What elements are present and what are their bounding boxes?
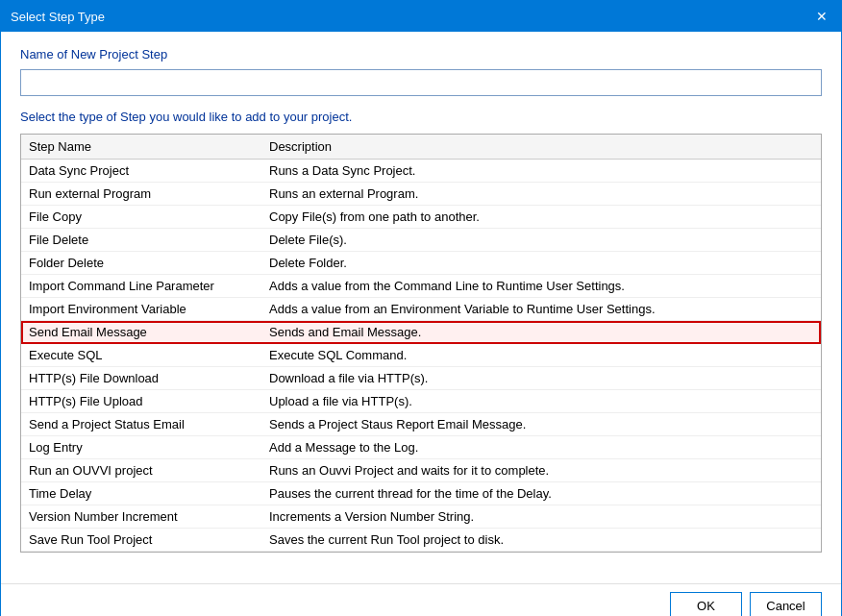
close-button[interactable]: ✕ xyxy=(812,7,831,26)
step-desc-cell: Increments a Version Number String. xyxy=(261,505,821,529)
step-desc-cell: Delete Folder. xyxy=(261,252,821,275)
select-step-type-dialog: Select Step Type ✕ Name of New Project S… xyxy=(0,0,842,616)
step-name-cell: Folder Delete xyxy=(21,252,261,275)
table-row[interactable]: Send Email MessageSends and Email Messag… xyxy=(21,321,821,344)
step-name-cell: Run an OUVVI project xyxy=(21,459,261,482)
step-name-cell: Time Delay xyxy=(21,482,261,505)
title-bar: Select Step Type ✕ xyxy=(1,1,841,32)
step-type-table: Step Name Description Data Sync ProjectR… xyxy=(21,135,821,552)
column-header-name: Step Name xyxy=(21,135,261,160)
step-desc-cell: Runs an external Program. xyxy=(261,183,821,206)
table-row[interactable]: Run an OUVVI projectRuns an Ouvvi Projec… xyxy=(21,459,821,482)
step-desc-cell: Execute SQL Command. xyxy=(261,344,821,367)
step-name-cell: Import Command Line Parameter xyxy=(21,275,261,298)
step-desc-cell: Add a Message to the Log. xyxy=(261,436,821,459)
step-name-cell: Send a Project Status Email xyxy=(21,413,261,436)
table-header: Step Name Description xyxy=(21,135,821,160)
step-name-cell: Run external Program xyxy=(21,183,261,206)
table-row[interactable]: File CopyCopy File(s) from one path to a… xyxy=(21,206,821,229)
table-row[interactable]: Send a Project Status EmailSends a Proje… xyxy=(21,413,821,436)
step-name-cell: Execute SQL xyxy=(21,344,261,367)
select-label: Select the type of Step you would like t… xyxy=(20,110,822,124)
table-row[interactable]: File DeleteDelete File(s). xyxy=(21,229,821,252)
dialog-body: Name of New Project Step Select the type… xyxy=(1,32,841,583)
step-desc-cell: Adds a value from an Environment Variabl… xyxy=(261,298,821,321)
step-desc-cell: Runs a Data Sync Project. xyxy=(261,160,821,183)
table-row[interactable]: Data Sync ProjectRuns a Data Sync Projec… xyxy=(21,160,821,183)
table-row[interactable]: Version Number IncrementIncrements a Ver… xyxy=(21,505,821,529)
table-row[interactable]: Import Environment VariableAdds a value … xyxy=(21,298,821,321)
step-name-cell: HTTP(s) File Upload xyxy=(21,390,261,413)
step-desc-cell: Delete File(s). xyxy=(261,229,821,252)
ok-button[interactable]: OK xyxy=(670,592,742,616)
step-desc-cell: Runs an Ouvvi Project and waits for it t… xyxy=(261,459,821,482)
step-desc-cell: Saves the current Run Tool project to di… xyxy=(261,529,821,552)
column-header-desc: Description xyxy=(261,135,821,160)
step-name-cell: Send Email Message xyxy=(21,321,261,344)
step-desc-cell: Sends and Email Message. xyxy=(261,321,821,344)
field-label: Name of New Project Step xyxy=(20,47,822,62)
step-name-cell: Data Sync Project xyxy=(21,160,261,183)
table-row[interactable]: Log EntryAdd a Message to the Log. xyxy=(21,436,821,459)
table-row[interactable]: Save Run Tool ProjectSaves the current R… xyxy=(21,529,821,552)
cancel-button[interactable]: Cancel xyxy=(750,592,822,616)
step-desc-cell: Sends a Project Staus Report Email Messa… xyxy=(261,413,821,436)
step-desc-cell: Pauses the current thread for the time o… xyxy=(261,482,821,505)
step-name-cell: Version Number Increment xyxy=(21,505,261,529)
table-row[interactable]: HTTP(s) File DownloadDownload a file via… xyxy=(21,367,821,390)
table-row[interactable]: Time DelayPauses the current thread for … xyxy=(21,482,821,505)
step-desc-cell: Adds a value from the Command Line to Ru… xyxy=(261,275,821,298)
step-name-cell: HTTP(s) File Download xyxy=(21,367,261,390)
table-row[interactable]: HTTP(s) File UploadUpload a file via HTT… xyxy=(21,390,821,413)
dialog-title: Select Step Type xyxy=(11,10,105,24)
step-name-cell: File Delete xyxy=(21,229,261,252)
dialog-footer: OK Cancel xyxy=(1,583,841,616)
table-row[interactable]: Import Command Line ParameterAdds a valu… xyxy=(21,275,821,298)
step-desc-cell: Copy File(s) from one path to another. xyxy=(261,206,821,229)
table-body: Data Sync ProjectRuns a Data Sync Projec… xyxy=(21,160,821,552)
table-row[interactable]: Run external ProgramRuns an external Pro… xyxy=(21,183,821,206)
step-desc-cell: Upload a file via HTTP(s). xyxy=(261,390,821,413)
table-row[interactable]: Folder DeleteDelete Folder. xyxy=(21,252,821,275)
step-type-table-wrapper: Step Name Description Data Sync ProjectR… xyxy=(20,134,822,553)
step-name-cell: Import Environment Variable xyxy=(21,298,261,321)
project-step-name-input[interactable] xyxy=(20,69,822,96)
step-name-cell: Log Entry xyxy=(21,436,261,459)
table-row[interactable]: Execute SQLExecute SQL Command. xyxy=(21,344,821,367)
step-name-cell: Save Run Tool Project xyxy=(21,529,261,552)
step-desc-cell: Download a file via HTTP(s). xyxy=(261,367,821,390)
step-name-cell: File Copy xyxy=(21,206,261,229)
